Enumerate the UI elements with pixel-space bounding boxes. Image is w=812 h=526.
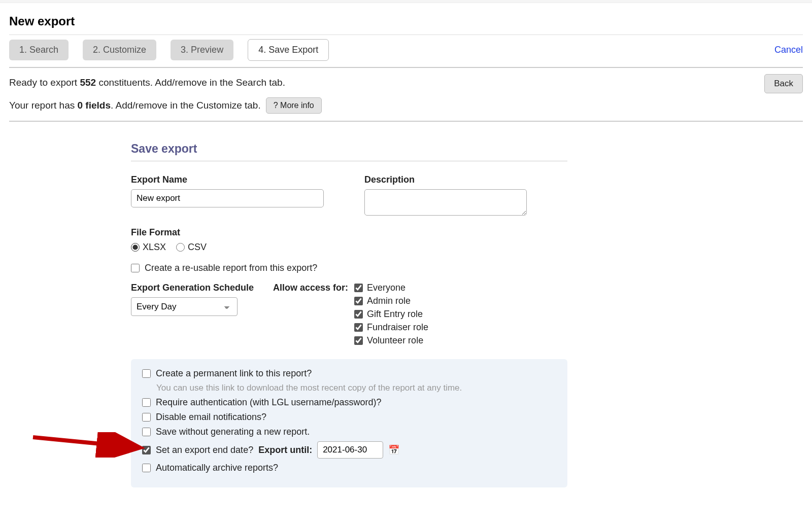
format-csv-radio[interactable] — [176, 243, 185, 252]
more-info-button[interactable]: ? More info — [266, 97, 322, 114]
description-textarea[interactable] — [364, 189, 527, 216]
status-block: Back Ready to export 552 constituents. A… — [9, 68, 803, 122]
format-xlsx-option[interactable]: XLSX — [131, 242, 166, 253]
auto-archive-checkbox[interactable] — [142, 464, 151, 472]
tab-customize[interactable]: 2. Customize — [83, 40, 156, 60]
disable-email-label: Disable email notifications? — [156, 412, 266, 423]
format-xlsx-radio[interactable] — [131, 243, 140, 252]
cancel-link[interactable]: Cancel — [774, 45, 803, 55]
annotation-arrow-icon — [30, 432, 147, 458]
access-gift-option[interactable]: Gift Entry role — [354, 309, 428, 320]
schedule-select[interactable]: Every Day — [131, 297, 238, 316]
format-csv-label: CSV — [188, 242, 207, 253]
wizard-tabs: 1. Search 2. Customize 3. Preview 4. Sav… — [9, 34, 803, 68]
page-title: New export — [9, 9, 803, 34]
export-name-label: Export Name — [131, 174, 334, 185]
access-everyone-label: Everyone — [367, 283, 405, 293]
format-xlsx-label: XLSX — [143, 242, 166, 253]
export-until-label: Export until: — [258, 445, 312, 455]
back-button[interactable]: Back — [764, 74, 803, 93]
require-auth-label: Require authentication (with LGL usernam… — [156, 397, 382, 408]
access-label: Allow access for: — [273, 283, 348, 346]
permalink-label: Create a permanent link to this report? — [156, 368, 312, 379]
access-fundraiser-label: Fundraiser role — [367, 322, 428, 333]
end-date-checkbox[interactable] — [142, 446, 151, 454]
advanced-options-box: Create a permanent link to this report? … — [131, 359, 567, 487]
svg-line-0 — [33, 437, 137, 447]
access-everyone-checkbox[interactable] — [354, 284, 363, 292]
export-until-input[interactable] — [317, 441, 383, 459]
reusable-label: Create a re-usable report from this expo… — [145, 263, 317, 273]
access-volunteer-option[interactable]: Volunteer role — [354, 335, 428, 346]
calendar-icon[interactable]: 📅 — [388, 444, 399, 455]
status-text: Your report has — [9, 100, 78, 111]
schedule-label: Export Generation Schedule — [131, 283, 263, 293]
status-text: . Add/remove in the Customize tab. — [111, 100, 261, 111]
constituent-count: 552 — [80, 77, 96, 88]
save-no-gen-checkbox[interactable] — [142, 428, 151, 436]
format-csv-option[interactable]: CSV — [176, 242, 207, 253]
save-export-form: Save export Export Name Description File… — [131, 142, 567, 487]
permalink-checkbox[interactable] — [142, 369, 151, 378]
auto-archive-label: Automatically archive reports? — [156, 463, 278, 473]
file-format-label: File Format — [131, 227, 567, 238]
access-fundraiser-option[interactable]: Fundraiser role — [354, 322, 428, 333]
access-everyone-option[interactable]: Everyone — [354, 283, 428, 293]
access-admin-checkbox[interactable] — [354, 297, 363, 305]
disable-email-checkbox[interactable] — [142, 413, 151, 422]
access-gift-label: Gift Entry role — [367, 309, 423, 320]
access-fundraiser-checkbox[interactable] — [354, 323, 363, 332]
status-text: constituents. Add/remove in the Search t… — [96, 77, 285, 88]
status-text: Ready to export — [9, 77, 80, 88]
status-fields-count: Your report has 0 fields. Add/remove in … — [9, 97, 803, 114]
access-gift-checkbox[interactable] — [354, 310, 363, 319]
export-name-input[interactable] — [131, 189, 324, 207]
field-count: 0 fields — [78, 100, 111, 111]
access-admin-label: Admin role — [367, 296, 411, 306]
description-label: Description — [364, 174, 567, 185]
section-title: Save export — [131, 142, 567, 161]
tab-search[interactable]: 1. Search — [9, 40, 69, 60]
tab-save-export[interactable]: 4. Save Export — [248, 39, 329, 61]
access-volunteer-checkbox[interactable] — [354, 336, 363, 345]
reusable-checkbox[interactable] — [131, 264, 140, 272]
require-auth-checkbox[interactable] — [142, 398, 151, 407]
status-constituent-count: Ready to export 552 constituents. Add/re… — [9, 77, 803, 88]
access-volunteer-label: Volunteer role — [367, 335, 423, 346]
save-no-gen-label: Save without generating a new report. — [156, 427, 310, 437]
permalink-hint: You can use this link to download the mo… — [156, 383, 556, 393]
end-date-label: Set an export end date? — [156, 445, 253, 455]
tab-preview[interactable]: 3. Preview — [171, 40, 233, 60]
access-admin-option[interactable]: Admin role — [354, 296, 428, 306]
